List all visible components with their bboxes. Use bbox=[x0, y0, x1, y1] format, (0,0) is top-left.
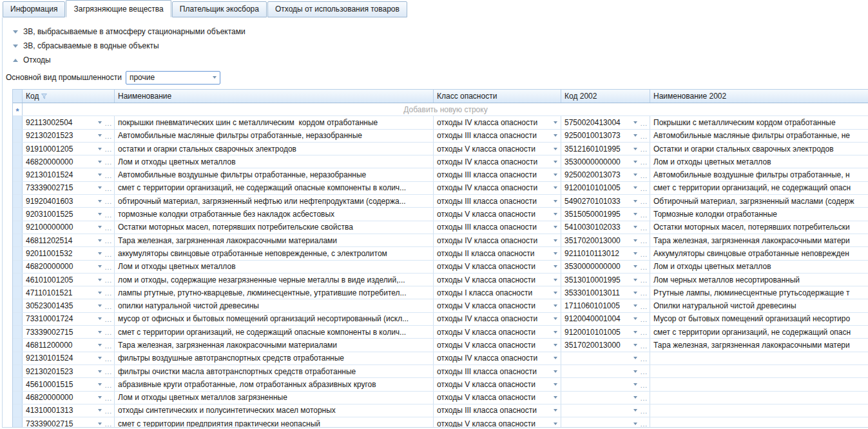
ellipsis-button[interactable] bbox=[105, 134, 112, 142]
tab-goods-waste[interactable]: Отходы от использования товаров bbox=[267, 1, 407, 17]
name2002-cell[interactable]: Лом и отходы цветных металлов bbox=[650, 155, 868, 168]
ellipsis-button[interactable] bbox=[105, 174, 112, 181]
table-row[interactable]: 46811202514 Тара железная, загрязненная … bbox=[13, 234, 868, 247]
name-cell[interactable]: Лом и отходы цветных металлов загрязненн… bbox=[115, 392, 434, 404]
dropdown-arrow-icon[interactable] bbox=[633, 304, 637, 307]
dropdown-arrow-icon[interactable] bbox=[633, 331, 637, 334]
name2002-cell[interactable]: Аккумуляторы свинцовые отработанные непо… bbox=[650, 247, 868, 259]
name-cell[interactable]: фильтры воздушные автотранспортных средс… bbox=[115, 352, 434, 364]
dropdown-arrow-icon[interactable] bbox=[554, 279, 557, 281]
ellipsis-button[interactable] bbox=[105, 396, 112, 404]
row-indicator[interactable] bbox=[13, 339, 23, 351]
chevron-down-icon[interactable] bbox=[213, 76, 217, 79]
dropdown-arrow-icon[interactable] bbox=[633, 423, 637, 425]
row-indicator[interactable] bbox=[13, 313, 23, 325]
dropdown-arrow-icon[interactable] bbox=[633, 239, 637, 242]
table-row[interactable]: 47110101521 лампы ртутные, ртутно-кварце… bbox=[13, 286, 868, 299]
table-row[interactable]: 91920401603 обтирочный материал, загрязн… bbox=[13, 195, 868, 208]
code2002-cell[interactable] bbox=[561, 392, 650, 404]
table-row[interactable]: 92031001525 тормозные колодки отработанн… bbox=[13, 208, 868, 221]
column-header-code[interactable]: Код bbox=[23, 90, 115, 103]
dropdown-arrow-icon[interactable] bbox=[98, 344, 102, 346]
row-indicator[interactable] bbox=[13, 417, 23, 428]
table-row[interactable]: 92130201523 фильтры очистки масла автотр… bbox=[13, 365, 868, 378]
code2002-cell[interactable]: 3512160101995 bbox=[561, 143, 650, 155]
dropdown-arrow-icon[interactable] bbox=[554, 239, 557, 242]
dropdown-arrow-icon[interactable] bbox=[98, 121, 102, 124]
hazard-class-cell[interactable]: отходы V класса опасности bbox=[434, 299, 561, 312]
dropdown-arrow-icon[interactable] bbox=[633, 226, 637, 228]
dropdown-arrow-icon[interactable] bbox=[554, 121, 557, 124]
ellipsis-button[interactable] bbox=[641, 186, 648, 194]
table-row[interactable]: 92011001532 аккумуляторы свинцовые отраб… bbox=[13, 247, 868, 260]
code-cell[interactable]: 92130201523 bbox=[23, 130, 115, 142]
name2002-cell[interactable]: смет с территории организаций, не содерж… bbox=[650, 326, 868, 338]
ellipsis-button[interactable] bbox=[105, 213, 112, 221]
code2002-cell[interactable]: 3517020013000 bbox=[561, 339, 650, 351]
row-indicator[interactable] bbox=[13, 247, 23, 259]
dropdown-arrow-icon[interactable] bbox=[98, 148, 102, 150]
ellipsis-button[interactable] bbox=[641, 265, 648, 273]
name2002-cell[interactable] bbox=[650, 365, 868, 377]
ellipsis-button[interactable] bbox=[641, 213, 648, 221]
table-row[interactable]: 41310001313 отходы синтетических и полус… bbox=[13, 404, 868, 417]
name-cell[interactable]: остатки и огарки стальных сварочных элек… bbox=[115, 143, 434, 155]
code-cell[interactable]: 46820000000 bbox=[23, 392, 115, 404]
code2002-cell[interactable]: 9250010013073 bbox=[561, 130, 650, 142]
dropdown-arrow-icon[interactable] bbox=[98, 200, 102, 203]
name2002-cell[interactable] bbox=[650, 392, 868, 404]
ellipsis-button[interactable] bbox=[105, 147, 112, 155]
column-header-name2002[interactable]: Наименование 2002 bbox=[650, 90, 868, 103]
code-cell[interactable]: 91910001205 bbox=[23, 143, 115, 155]
table-row[interactable]: 30523001435 опилки натуральной чистой др… bbox=[13, 299, 868, 312]
dropdown-arrow-icon[interactable] bbox=[554, 331, 557, 334]
dropdown-arrow-icon[interactable] bbox=[554, 423, 557, 425]
code2002-cell[interactable]: 9211010113012 bbox=[561, 247, 650, 259]
code-cell[interactable]: 92011001532 bbox=[23, 247, 115, 259]
name2002-cell[interactable]: Тара железная, загрязненная лакокрасочны… bbox=[650, 339, 868, 351]
dropdown-arrow-icon[interactable] bbox=[633, 186, 637, 189]
dropdown-arrow-icon[interactable] bbox=[98, 383, 102, 386]
code2002-cell[interactable]: 5750020413004 bbox=[561, 116, 650, 128]
dropdown-arrow-icon[interactable] bbox=[98, 213, 102, 215]
ellipsis-button[interactable] bbox=[105, 422, 112, 428]
code2002-cell[interactable]: 5490270101033 bbox=[561, 195, 650, 207]
name2002-cell[interactable]: Лом и отходы цветных металлов bbox=[650, 261, 868, 273]
name-cell[interactable]: Автомобильные масляные фильтры отработан… bbox=[115, 130, 434, 142]
dropdown-arrow-icon[interactable] bbox=[633, 134, 637, 137]
dropdown-arrow-icon[interactable] bbox=[554, 134, 557, 137]
code-cell[interactable]: 73310001724 bbox=[23, 313, 115, 325]
hazard-class-cell[interactable]: отходы IV класса опасности bbox=[434, 182, 561, 194]
dropdown-arrow-icon[interactable] bbox=[98, 423, 102, 425]
name-cell[interactable]: смет с территории предприятия практическ… bbox=[115, 417, 434, 428]
hazard-class-cell[interactable]: отходы III класса опасности bbox=[434, 195, 561, 207]
row-indicator[interactable] bbox=[13, 130, 23, 142]
ellipsis-button[interactable] bbox=[105, 160, 112, 168]
ellipsis-button[interactable] bbox=[641, 344, 648, 352]
name2002-cell[interactable]: Тормозные колодки отработанные bbox=[650, 208, 868, 220]
code2002-cell[interactable] bbox=[561, 378, 650, 390]
dropdown-arrow-icon[interactable] bbox=[98, 226, 102, 228]
code-cell[interactable]: 30523001435 bbox=[23, 299, 115, 312]
dropdown-arrow-icon[interactable] bbox=[98, 396, 102, 399]
code2002-cell[interactable] bbox=[561, 404, 650, 417]
dropdown-arrow-icon[interactable] bbox=[633, 409, 637, 412]
table-row[interactable]: 91910001205 остатки и огарки стальных св… bbox=[13, 143, 868, 155]
ellipsis-button[interactable] bbox=[641, 383, 648, 391]
ellipsis-button[interactable] bbox=[641, 174, 648, 181]
dropdown-arrow-icon[interactable] bbox=[633, 279, 637, 281]
column-header-hazard-class[interactable]: Класс опасности bbox=[434, 90, 561, 103]
name2002-cell[interactable] bbox=[650, 404, 868, 417]
dropdown-arrow-icon[interactable] bbox=[98, 304, 102, 307]
name2002-cell[interactable]: Обтирочный материал, загрязненный маслам… bbox=[650, 195, 868, 207]
code2002-cell[interactable]: 3530000000000 bbox=[561, 261, 650, 273]
code-cell[interactable]: 73339002715 bbox=[23, 417, 115, 428]
name-cell[interactable]: фильтры очистки масла автотранспортных с… bbox=[115, 365, 434, 377]
name2002-cell[interactable]: Покрышки с металлическим кордом отработа… bbox=[650, 116, 868, 128]
dropdown-arrow-icon[interactable] bbox=[554, 213, 557, 215]
dropdown-arrow-icon[interactable] bbox=[633, 292, 637, 294]
code2002-cell[interactable]: 9120010101005 bbox=[561, 326, 650, 338]
row-indicator[interactable] bbox=[13, 182, 23, 194]
code-cell[interactable]: 92130101524 bbox=[23, 168, 115, 181]
ellipsis-button[interactable] bbox=[641, 199, 648, 207]
